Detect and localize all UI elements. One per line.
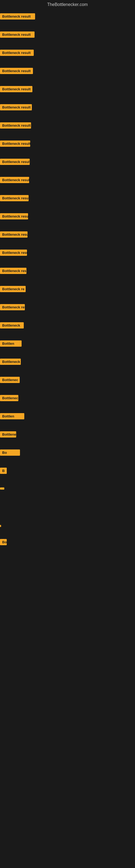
bottleneck-row-1: Bottleneck result xyxy=(0,10,135,23)
bottleneck-label-16: Bottleneck re xyxy=(0,286,26,292)
bottleneck-row-22: Bottleneck re xyxy=(0,392,135,405)
bottleneck-label-8: Bottleneck result xyxy=(0,141,30,147)
bottleneck-row-32 xyxy=(0,565,135,571)
bottleneck-label-25: Bo xyxy=(0,450,20,456)
bottleneck-row-19: Bottlen xyxy=(0,338,135,350)
bottleneck-label-9: Bottleneck result xyxy=(0,159,30,165)
bottleneck-row-12: Bottleneck result xyxy=(0,211,135,223)
bottleneck-label-19: Bottlen xyxy=(0,340,21,347)
bottleneck-row-13: Bottleneck result xyxy=(0,229,135,241)
bottleneck-label-7: Bottleneck result xyxy=(0,122,31,129)
bottleneck-row-4: Bottleneck result xyxy=(0,65,135,78)
bottleneck-label-20: Bottleneck xyxy=(0,359,21,365)
bottleneck-row-26: B xyxy=(0,465,135,478)
bottleneck-label-10: Bottleneck result xyxy=(0,177,29,183)
bottleneck-label-18: Bottleneck xyxy=(0,322,24,329)
bottleneck-row-16: Bottleneck re xyxy=(0,283,135,296)
bottleneck-label-23: Bottlen xyxy=(0,413,24,420)
bottleneck-row-14: Bottleneck result xyxy=(0,247,135,259)
bottleneck-row-33 xyxy=(0,587,135,592)
bottleneck-label-1: Bottleneck result xyxy=(0,13,35,20)
bottleneck-label-24: Bottleneck xyxy=(0,431,16,437)
bottleneck-row-35 xyxy=(0,630,135,636)
bottleneck-label-12: Bottleneck result xyxy=(0,213,28,219)
bottleneck-label-30 xyxy=(0,525,1,527)
bottleneck-row-5: Bottleneck result xyxy=(0,83,135,96)
bottleneck-label-26: B xyxy=(0,468,7,474)
bottleneck-label-4: Bottleneck result xyxy=(0,68,33,74)
bottleneck-row-18: Bottleneck xyxy=(0,319,135,332)
bottleneck-label-6: Bottleneck result xyxy=(0,104,32,111)
bottleneck-label-15: Bottleneck result xyxy=(0,268,27,274)
bottleneck-label-3: Bottleneck result xyxy=(0,50,34,56)
bottleneck-label-31: Bot xyxy=(0,539,7,545)
bottleneck-row-8: Bottleneck result xyxy=(0,138,135,151)
bottleneck-label-21: Bottlenec xyxy=(0,377,20,383)
bottleneck-row-25: Bo xyxy=(0,447,135,460)
bottleneck-row-24: Bottleneck xyxy=(0,429,135,441)
bottleneck-row-36 xyxy=(0,652,135,657)
bottleneck-row-31: Bot xyxy=(0,536,135,549)
bottleneck-row-34 xyxy=(0,609,135,614)
items-container: Bottleneck result Bottleneck result Bott… xyxy=(0,9,135,675)
bottleneck-label-5: Bottleneck result xyxy=(0,86,32,92)
bottleneck-row-17: Bottleneck resul xyxy=(0,301,135,314)
site-title: TheBottlenecker.com xyxy=(0,0,135,9)
bottleneck-label-14: Bottleneck result xyxy=(0,250,27,256)
bottleneck-row-27 xyxy=(0,483,135,493)
bottleneck-label-27 xyxy=(0,488,4,490)
bottleneck-label-22: Bottleneck re xyxy=(0,395,18,401)
bottleneck-label-17: Bottleneck resul xyxy=(0,304,25,310)
bottleneck-row-2: Bottleneck result xyxy=(0,29,135,41)
bottleneck-row-9: Bottleneck result xyxy=(0,156,135,169)
bottleneck-row-23: Bottlen xyxy=(0,410,135,423)
bottleneck-label-13: Bottleneck result xyxy=(0,231,28,238)
bottleneck-row-29 xyxy=(0,510,135,515)
bottleneck-row-6: Bottleneck result xyxy=(0,101,135,114)
bottleneck-label-2: Bottleneck result xyxy=(0,31,35,38)
bottleneck-row-10: Bottleneck result xyxy=(0,174,135,187)
bottleneck-row-11: Bottleneck result xyxy=(0,192,135,205)
bottleneck-label-11: Bottleneck result xyxy=(0,195,29,201)
bottleneck-row-3: Bottleneck result xyxy=(0,47,135,60)
bottleneck-row-21: Bottlenec xyxy=(0,374,135,387)
bottleneck-row-20: Bottleneck xyxy=(0,356,135,369)
bottleneck-row-15: Bottleneck result xyxy=(0,265,135,278)
bottleneck-row-28 xyxy=(0,499,135,504)
bottleneck-row-7: Bottleneck result xyxy=(0,120,135,132)
bottleneck-row-30 xyxy=(0,521,135,531)
